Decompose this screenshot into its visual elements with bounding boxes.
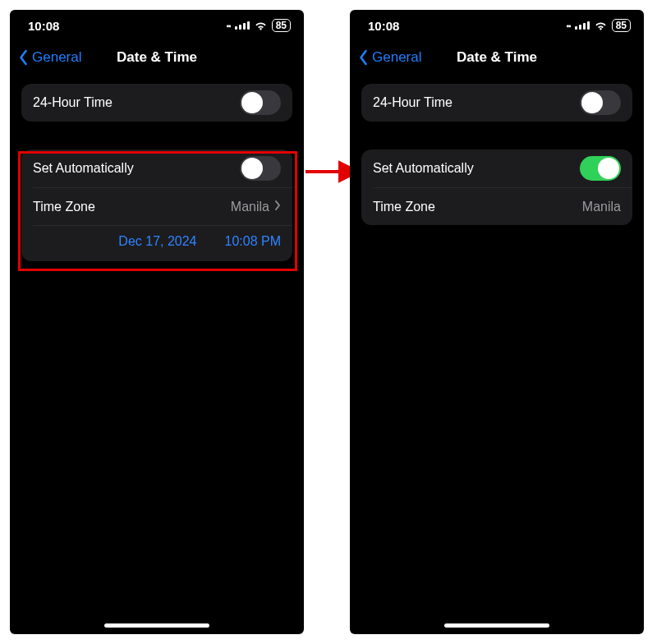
dual-sim-icon: ▪▪ xyxy=(227,21,231,30)
row-time-zone[interactable]: Time Zone Manila xyxy=(33,187,292,225)
value-date[interactable]: Dec 17, 2024 xyxy=(118,234,196,249)
battery-icon: 85 xyxy=(612,19,631,32)
row-time-zone: Time Zone Manila xyxy=(373,187,632,225)
chevron-right-icon xyxy=(274,200,281,214)
chevron-left-icon xyxy=(18,49,29,66)
back-button[interactable]: General xyxy=(10,49,81,66)
home-indicator xyxy=(104,623,209,628)
value-timezone: Manila xyxy=(582,200,621,214)
value-time[interactable]: 10:08 PM xyxy=(225,234,281,249)
label-setauto: Set Automatically xyxy=(373,161,474,176)
clock: 10:08 xyxy=(28,19,59,33)
wifi-icon xyxy=(594,21,608,30)
nav-header: General Date & Time xyxy=(10,41,304,74)
nav-header: General Date & Time xyxy=(350,41,644,74)
clock: 10:08 xyxy=(368,19,399,33)
group-24hour: 24-Hour Time xyxy=(361,84,632,122)
cellular-icon xyxy=(575,21,590,30)
phone-left: 10:08 ▪▪ 85 General Date & Time 24-Hour … xyxy=(10,10,304,634)
dual-sim-icon: ▪▪ xyxy=(567,21,571,30)
back-label: General xyxy=(32,49,81,66)
row-date-time[interactable]: Dec 17, 2024 10:08 PM xyxy=(33,225,292,261)
label-timezone: Time Zone xyxy=(33,200,95,214)
toggle-set-automatically[interactable] xyxy=(580,156,621,181)
label-timezone: Time Zone xyxy=(373,200,435,214)
chevron-left-icon xyxy=(358,49,369,66)
label-setauto: Set Automatically xyxy=(33,161,134,176)
toggle-24hour[interactable] xyxy=(240,90,281,115)
row-24hour[interactable]: 24-Hour Time xyxy=(361,84,632,122)
toggle-set-automatically[interactable] xyxy=(240,156,281,181)
group-autozone: Set Automatically Time Zone Manila xyxy=(361,150,632,225)
status-bar: 10:08 ▪▪ 85 xyxy=(350,10,644,41)
cellular-icon xyxy=(235,21,250,30)
row-set-automatically[interactable]: Set Automatically xyxy=(21,150,292,187)
value-timezone: Manila xyxy=(231,200,269,214)
group-24hour: 24-Hour Time xyxy=(21,84,292,122)
back-label: General xyxy=(372,49,421,66)
row-set-automatically[interactable]: Set Automatically xyxy=(361,150,632,187)
back-button[interactable]: General xyxy=(350,49,421,66)
status-bar: 10:08 ▪▪ 85 xyxy=(10,10,304,41)
row-24hour[interactable]: 24-Hour Time xyxy=(21,84,292,122)
label-24hour: 24-Hour Time xyxy=(33,95,113,110)
label-24hour: 24-Hour Time xyxy=(373,95,453,110)
home-indicator xyxy=(444,623,549,628)
wifi-icon xyxy=(254,21,268,30)
battery-icon: 85 xyxy=(272,19,291,32)
phone-right: 10:08 ▪▪ 85 General Date & Time 24-Hour … xyxy=(350,10,644,634)
group-autozone: Set Automatically Time Zone Manila Dec 1… xyxy=(21,150,292,261)
toggle-24hour[interactable] xyxy=(580,90,621,115)
